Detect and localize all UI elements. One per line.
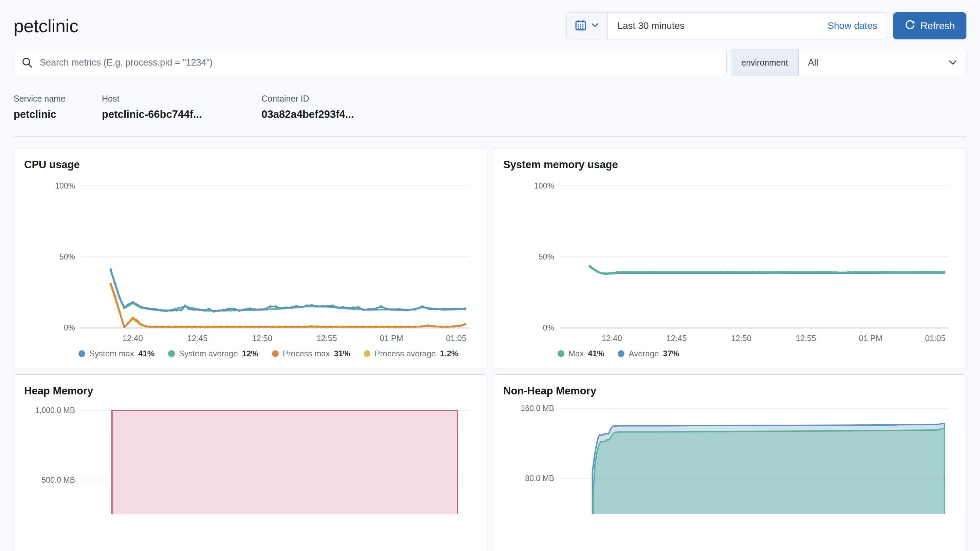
- svg-text:100%: 100%: [55, 182, 75, 190]
- heap-memory-card: Heap Memory 1,000.0 MB500.0 MB: [14, 374, 487, 551]
- svg-text:12:45: 12:45: [187, 334, 207, 343]
- legend-label: Max: [568, 349, 584, 358]
- host-value: petclinic-66bc744f...: [102, 108, 261, 121]
- svg-text:80.0 MB: 80.0 MB: [525, 474, 554, 483]
- legend-item[interactable]: Process max31%: [272, 349, 350, 358]
- svg-text:0%: 0%: [64, 323, 75, 332]
- non-heap-memory-title: Non-Heap Memory: [503, 385, 956, 397]
- charts-grid: CPU usage 100%50%0%12:4012:4512:5012:550…: [14, 148, 966, 551]
- search-icon: [21, 57, 33, 68]
- system-memory-title: System memory usage: [503, 159, 956, 171]
- svg-text:12:40: 12:40: [123, 334, 143, 343]
- service-name-field: Service name petclinic: [14, 94, 102, 121]
- page-title: petclinic: [14, 15, 78, 37]
- host-label: Host: [102, 94, 261, 104]
- svg-text:12:40: 12:40: [602, 334, 622, 343]
- legend-value: 41%: [138, 349, 154, 358]
- svg-text:01:05: 01:05: [925, 334, 945, 343]
- heap-memory-title: Heap Memory: [24, 385, 477, 397]
- heap-memory-chart[interactable]: 1,000.0 MB500.0 MB: [24, 402, 479, 514]
- legend-value: 41%: [588, 349, 604, 358]
- service-name-value: petclinic: [14, 108, 102, 121]
- legend-item[interactable]: Max41%: [558, 349, 604, 358]
- legend-dot-icon: [168, 350, 175, 357]
- show-dates-link[interactable]: Show dates: [818, 13, 887, 39]
- container-id-label: Container ID: [261, 94, 354, 104]
- legend-value: 1.2%: [440, 349, 458, 358]
- non-heap-memory-chart[interactable]: 160.0 MB80.0 MB: [503, 402, 958, 514]
- system-memory-card: System memory usage 100%50%0%12:4012:451…: [493, 148, 966, 369]
- container-id-value: 03a82a4bef293f4...: [261, 108, 354, 121]
- environment-filter-value: All: [799, 49, 948, 76]
- time-controls: Last 30 minutes Show dates Refresh: [566, 12, 966, 40]
- date-picker: Last 30 minutes Show dates: [566, 12, 887, 40]
- system-memory-legend: Max41%Average37%: [558, 349, 956, 358]
- service-info-bar: Service name petclinic Host petclinic-66…: [14, 94, 966, 137]
- legend-item[interactable]: Process average1.2%: [364, 349, 458, 358]
- host-field: Host petclinic-66bc744f...: [102, 94, 261, 121]
- svg-text:01 PM: 01 PM: [380, 334, 403, 343]
- svg-text:500.0 MB: 500.0 MB: [42, 476, 75, 484]
- svg-text:01:05: 01:05: [446, 334, 466, 343]
- quick-select-button[interactable]: [567, 13, 608, 39]
- legend-dot-icon: [272, 350, 279, 357]
- cpu-usage-chart[interactable]: 100%50%0%12:4012:4512:5012:5501 PM01:05: [24, 176, 479, 346]
- legend-dot-icon: [558, 350, 564, 357]
- legend-dot-icon: [364, 350, 371, 357]
- time-range-value[interactable]: Last 30 minutes: [608, 13, 818, 39]
- container-id-field: Container ID 03a82a4bef293f4...: [261, 94, 354, 121]
- svg-text:0%: 0%: [543, 323, 554, 332]
- service-name-label: Service name: [14, 94, 102, 104]
- non-heap-memory-card: Non-Heap Memory 160.0 MB80.0 MB: [493, 374, 966, 551]
- calendar-icon: [575, 19, 586, 32]
- svg-text:12:50: 12:50: [252, 334, 272, 343]
- svg-text:1,000.0 MB: 1,000.0 MB: [35, 406, 75, 415]
- legend-item[interactable]: Average37%: [618, 349, 679, 358]
- cpu-usage-title: CPU usage: [24, 159, 477, 171]
- legend-label: System average: [179, 349, 238, 358]
- chevron-down-icon: [590, 21, 599, 31]
- refresh-button[interactable]: Refresh: [893, 12, 966, 40]
- legend-label: Process average: [375, 349, 436, 358]
- legend-value: 31%: [334, 349, 350, 358]
- chevron-down-icon: [948, 49, 966, 76]
- environment-filter[interactable]: environment All: [731, 49, 966, 76]
- search-box: [14, 49, 727, 76]
- legend-dot-icon: [618, 350, 624, 357]
- legend-value: 12%: [242, 349, 258, 358]
- environment-filter-label: environment: [731, 49, 799, 76]
- svg-text:01 PM: 01 PM: [859, 334, 882, 343]
- refresh-icon: [905, 19, 915, 33]
- legend-value: 37%: [663, 349, 679, 358]
- legend-item[interactable]: System max41%: [78, 349, 154, 358]
- svg-text:12:55: 12:55: [317, 334, 337, 343]
- search-row: environment All: [14, 49, 966, 76]
- legend-label: Average: [628, 349, 659, 358]
- legend-item[interactable]: System average12%: [168, 349, 258, 358]
- svg-text:12:55: 12:55: [795, 334, 816, 343]
- svg-text:12:50: 12:50: [731, 334, 751, 343]
- legend-label: Process max: [283, 349, 330, 358]
- legend-dot-icon: [78, 350, 85, 357]
- refresh-button-label: Refresh: [920, 21, 955, 32]
- svg-text:100%: 100%: [534, 182, 554, 190]
- cpu-usage-legend: System max41%System average12%Process ma…: [78, 349, 477, 358]
- page-header: petclinic: [14, 0, 966, 40]
- system-memory-chart[interactable]: 100%50%0%12:4012:4512:5012:5501 PM01:05: [503, 176, 958, 346]
- metrics-page: petclinic: [0, 0, 980, 551]
- cpu-usage-card: CPU usage 100%50%0%12:4012:4512:5012:550…: [14, 148, 487, 369]
- svg-text:50%: 50%: [539, 252, 554, 261]
- svg-text:12:45: 12:45: [666, 334, 687, 343]
- legend-label: System max: [89, 349, 134, 358]
- svg-text:160.0 MB: 160.0 MB: [521, 404, 554, 413]
- svg-text:50%: 50%: [59, 252, 75, 261]
- search-input[interactable]: [39, 57, 719, 68]
